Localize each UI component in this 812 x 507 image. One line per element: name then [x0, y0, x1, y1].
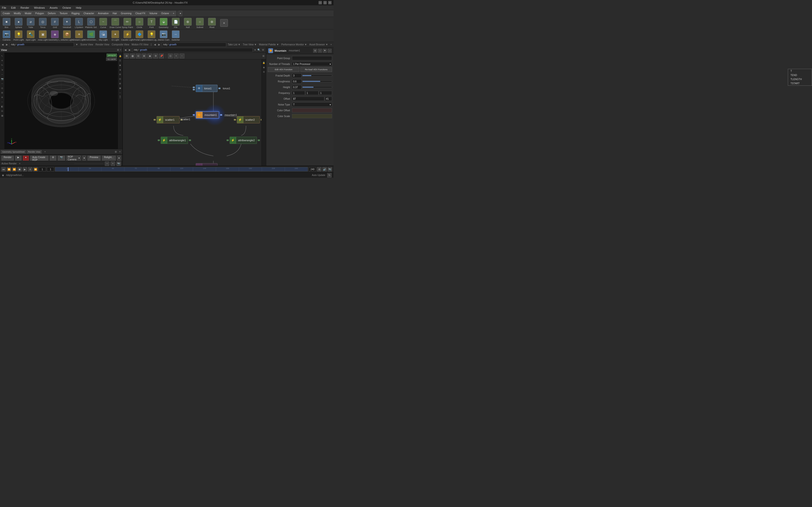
shelf-ambient-light[interactable]: 💡 Ambient Lig... — [146, 31, 157, 41]
render-plus[interactable]: + — [111, 162, 115, 166]
ng-search[interactable]: 🔍 — [257, 49, 260, 51]
ng-lock[interactable]: 🔒 — [262, 61, 266, 65]
shelf-metaball[interactable]: ✦ Metaball — [61, 18, 72, 29]
node-attribwrangle1[interactable]: ⚡ attribwrangle1 — [158, 137, 191, 144]
vp-view-opts[interactable]: ☰ — [118, 59, 122, 62]
shelf-sphere[interactable]: ● Sphere — [13, 18, 24, 29]
shelf-geometry-light[interactable]: ◈ Geometry L... — [49, 31, 60, 41]
shelf-curve[interactable]: ~ Curve — [98, 18, 109, 29]
fractal-depth-slider[interactable] — [302, 75, 332, 76]
tb-octane[interactable]: Octane — [159, 11, 170, 16]
tl-playhead[interactable] — [68, 167, 68, 171]
tb-deform[interactable]: Deform — [46, 11, 57, 16]
tool-view2[interactable]: ⊟ — [0, 109, 4, 113]
props-info[interactable]: i — [318, 49, 322, 53]
tl-play[interactable]: ▶ — [23, 167, 27, 171]
camera-badge[interactable]: no cam▾ — [106, 57, 117, 61]
shelf-subnet[interactable]: ○ Subnet — [194, 18, 205, 29]
color-scale-value[interactable] — [292, 114, 332, 118]
tool-camera[interactable]: 📷 — [0, 77, 4, 81]
tool-manip[interactable]: ⊞ — [0, 91, 4, 95]
node-torus1[interactable]: 👁 torus1 torus1 — [193, 85, 230, 92]
tl-settings[interactable]: ⚙ — [317, 167, 321, 171]
shelf-file[interactable]: 📄 File — [170, 18, 181, 29]
fractal-depth-value[interactable]: 3 — [292, 73, 302, 78]
tl-frame-start[interactable]: 1 — [39, 167, 46, 171]
shelf-lsystem[interactable]: L LSystem — [73, 18, 85, 29]
shelf-add[interactable]: + — [218, 19, 230, 27]
tl-audio[interactable]: 🔊 — [322, 167, 327, 171]
tool-handles[interactable]: ⊕ — [0, 95, 4, 99]
ng-fwd[interactable]: ▶ — [128, 49, 132, 51]
nav-fwd2[interactable]: ▶ — [158, 43, 161, 46]
shelf-gi-light[interactable]: ✦ GI Light — [110, 31, 121, 41]
panel-close[interactable]: × — [118, 151, 121, 153]
nav-plus[interactable]: + — [329, 43, 333, 46]
menu-help[interactable]: Help — [75, 6, 83, 9]
shelf-portal-light[interactable]: 🔷 Portal Light — [134, 31, 145, 41]
ng-settings2[interactable]: ⚙ — [262, 70, 266, 74]
freq-y[interactable]: 1 — [305, 91, 318, 95]
panel-expand[interactable]: ⊞ — [114, 151, 117, 153]
tb-rigging[interactable]: Rigging — [69, 11, 81, 16]
offset-value[interactable]: $T — [292, 97, 324, 101]
active-render-close[interactable]: × — [19, 162, 20, 165]
render-cam2[interactable]: 📷 — [116, 162, 121, 166]
tl-next[interactable]: ⏩ — [33, 167, 38, 171]
reload-vex-btn[interactable]: Re-load VEX Functions — [300, 67, 332, 72]
ng-back[interactable]: ◀ — [124, 49, 127, 51]
node-scatter2[interactable]: ⚡ scatter2 scatter2 — [234, 116, 266, 123]
shelf-spot-light[interactable]: 🔦 Spot Light — [25, 31, 36, 41]
ng-view[interactable]: ◉ — [262, 65, 266, 69]
height-slider[interactable] — [302, 87, 332, 88]
tb-model[interactable]: Model — [23, 11, 33, 16]
ng-settings[interactable]: ⚙ — [261, 49, 265, 51]
shelf-font[interactable]: T Font — [146, 18, 157, 29]
shelf-sky-light[interactable]: 🌤 Sky Light — [98, 31, 109, 41]
tl-render-tl[interactable]: 📷 — [328, 167, 332, 171]
tb-create[interactable]: Create — [1, 11, 12, 16]
tool-view1[interactable]: ◧ — [0, 105, 4, 108]
nav-performance[interactable]: Performance Monitor ▼ — [281, 43, 308, 46]
nav-take-list[interactable]: Take List ▼ — [227, 43, 241, 46]
nav-back2[interactable]: ◀ — [153, 43, 157, 46]
close-button[interactable]: × — [328, 1, 332, 4]
tb-character[interactable]: Character — [82, 11, 96, 16]
num-threads-dropdown[interactable]: 1 Per Processor ▾ — [292, 62, 332, 66]
shelf-null[interactable]: ⊕ Null — [182, 18, 193, 29]
nav-fwd[interactable]: ▶ — [5, 43, 9, 46]
rop-camera-dropdown[interactable]: ROP Camera ▾ — [66, 156, 81, 161]
shelf-grid[interactable]: # Grid — [49, 18, 60, 29]
vp-disp2[interactable]: ◈ — [118, 68, 122, 72]
nav-composite-view[interactable]: Composite View — [111, 43, 130, 46]
tb-cloudfx[interactable]: Cloud FX — [134, 11, 147, 16]
menu-windows[interactable]: Windows — [33, 6, 46, 9]
nav-material-palette[interactable]: Material Palette ▼ — [258, 43, 280, 46]
shelf-camera[interactable]: 📷 Camera — [1, 31, 12, 41]
shelf-volume-light[interactable]: 📦 Volume Light — [61, 31, 72, 41]
ng-tb7[interactable]: 📌 — [159, 54, 164, 58]
shelf-draw-curve[interactable]: ⌒ Draw Curve — [110, 18, 121, 29]
shelf-switcher[interactable]: ↔ Switcher — [170, 31, 181, 41]
shelf-box[interactable]: ■ Box — [1, 18, 12, 29]
shelf-environment[interactable]: 🌿 Environmen... — [86, 31, 97, 41]
color-offset-value[interactable] — [292, 108, 332, 113]
render-cam-btn[interactable]: 📷 — [58, 156, 65, 161]
status-refresh[interactable]: ↻ — [327, 173, 332, 177]
tool-move[interactable]: ✛ — [0, 59, 4, 62]
tl-stop[interactable]: ⏹ — [17, 167, 22, 171]
tl-prev-key[interactable]: ⏪ — [7, 167, 11, 171]
shelf-tube[interactable]: ⌀ Tube — [25, 18, 36, 29]
vp-expand[interactable]: ⊞ — [117, 49, 119, 51]
shelf-distant-light[interactable]: ☀ Distant Light — [73, 31, 85, 41]
nav-render-view[interactable]: Render View — [95, 43, 110, 46]
tool-rotate[interactable]: ↻ — [0, 63, 4, 67]
nav-path-right[interactable]: /obj / growth — [162, 43, 226, 47]
nav-tree-view[interactable]: Tree View ▼ — [242, 43, 257, 46]
shelf-stereo-cam[interactable]: 📷 Stereo Cam — [158, 31, 169, 41]
vp-lock[interactable]: 🔒 — [118, 54, 122, 58]
ng-zoom-out[interactable]: − — [180, 54, 185, 58]
render-record[interactable]: ● — [23, 156, 29, 161]
shelf-geometry[interactable]: ⬙ Geometry — [158, 18, 169, 29]
tool-select[interactable]: ↖ — [0, 54, 4, 58]
